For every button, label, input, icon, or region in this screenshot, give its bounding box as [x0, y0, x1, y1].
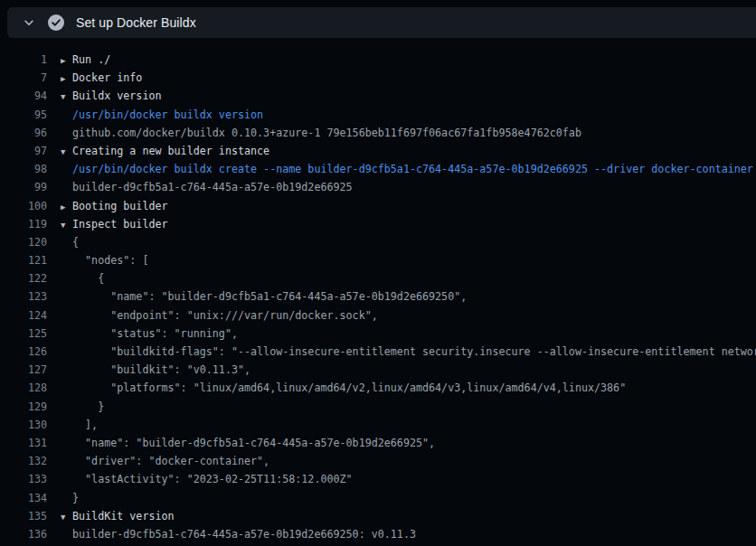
log-text: "platforms": "linux/amd64,linux/amd64/v2… [72, 379, 626, 397]
log-text: { [72, 233, 79, 251]
log-text: } [72, 398, 104, 416]
log-text: builder-d9cfb5a1-c764-445a-a57e-0b19d2e6… [72, 178, 353, 196]
line-number[interactable]: 134 [0, 489, 47, 507]
log-line: 98/usr/bin/docker buildx create --name b… [0, 160, 756, 178]
line-number[interactable]: 123 [0, 287, 47, 306]
group-toggle-icon[interactable]: ▼ [47, 508, 72, 526]
line-number[interactable]: 135 [0, 507, 47, 525]
line-number[interactable]: 98 [0, 160, 47, 178]
line-number[interactable]: 95 [0, 106, 47, 124]
group-toggle-icon[interactable]: ▼ [47, 88, 72, 106]
log-line: 120{ [0, 233, 756, 251]
line-number[interactable]: 130 [0, 416, 47, 434]
group-toggle-icon[interactable]: ▶ [47, 70, 72, 88]
line-number[interactable]: 133 [0, 470, 47, 488]
log-line: 95/usr/bin/docker buildx version [0, 106, 756, 124]
line-number[interactable]: 96 [0, 124, 47, 142]
chevron-down-icon[interactable] [22, 15, 36, 30]
line-number[interactable]: 127 [0, 361, 47, 379]
line-number[interactable]: 129 [0, 398, 47, 416]
log-text: "lastActivity": "2023-02-25T11:58:12.000… [72, 470, 353, 488]
log-text: "status": "running", [72, 325, 238, 343]
log-text[interactable]: Inspect builder [72, 215, 168, 233]
log-line: 123 "name": "builder-d9cfb5a1-c764-445a-… [0, 287, 756, 306]
log-line: 119▼Inspect builder [0, 215, 756, 233]
log-line: 132 "driver": "docker-container", [0, 452, 756, 470]
log-text[interactable]: Buildx version [72, 87, 162, 105]
log-line: 125 "status": "running", [0, 325, 756, 343]
line-number[interactable]: 97 [0, 142, 47, 160]
log-text[interactable]: Docker info [72, 69, 142, 87]
log-line: 130 ], [0, 416, 756, 434]
log-line: 133 "lastActivity": "2023-02-25T11:58:12… [0, 470, 756, 488]
log-line: 121 "nodes": [ [0, 251, 756, 269]
log-lines: 1▶Run ./ 7▶Docker info 94▼Buildx version… [0, 51, 756, 543]
log-text: { [72, 269, 104, 287]
log-text: "buildkitd-flags": "--allow-insecure-ent… [72, 343, 756, 361]
log-text[interactable]: BuildKit version [72, 507, 175, 525]
log-text: builder-d9cfb5a1-c764-445a-a57e-0b19d2e6… [72, 525, 416, 543]
log-line: 134} [0, 489, 756, 507]
log-text: /usr/bin/docker buildx version [72, 106, 263, 124]
line-number[interactable]: 121 [0, 251, 47, 269]
log-text: } [72, 489, 79, 507]
log-line: 127 "buildkit": "v0.11.3", [0, 361, 756, 379]
line-number[interactable]: 7 [0, 69, 47, 87]
log-line: 124 "endpoint": "unix:///var/run/docker.… [0, 306, 756, 325]
log-line: 131 "name": "builder-d9cfb5a1-c764-445a-… [0, 434, 756, 452]
log-line: 1▶Run ./ [0, 51, 756, 69]
log-text[interactable]: Run ./ [72, 51, 110, 69]
line-number[interactable]: 122 [0, 269, 47, 287]
log-text: "driver": "docker-container", [72, 452, 269, 470]
line-number[interactable]: 125 [0, 325, 47, 343]
log-text: "name": "builder-d9cfb5a1-c764-445a-a57e… [72, 287, 467, 306]
line-number[interactable]: 119 [0, 215, 47, 233]
line-number[interactable]: 126 [0, 343, 47, 361]
line-number[interactable]: 99 [0, 178, 47, 196]
group-toggle-icon[interactable]: ▶ [47, 52, 72, 70]
line-number[interactable]: 1 [0, 51, 47, 69]
line-number[interactable]: 120 [0, 233, 47, 251]
line-number[interactable]: 100 [0, 197, 47, 215]
line-number[interactable]: 136 [0, 525, 47, 543]
group-toggle-icon[interactable]: ▼ [47, 216, 72, 234]
log-text: ], [72, 416, 98, 434]
step-header[interactable]: Set up Docker Buildx [7, 7, 756, 38]
log-text: "nodes": [ [72, 251, 148, 269]
line-number[interactable]: 132 [0, 452, 47, 470]
log-line: 135▼BuildKit version [0, 507, 756, 525]
log-text: github.com/docker/buildx 0.10.3+azure-1 … [72, 124, 581, 142]
log-text: "name": "builder-d9cfb5a1-c764-445a-a57e… [72, 434, 435, 452]
log-text[interactable]: Creating a new builder instance [72, 142, 269, 160]
log-line: 126 "buildkitd-flags": "--allow-insecure… [0, 343, 756, 361]
group-toggle-icon[interactable]: ▼ [47, 143, 72, 161]
line-number[interactable]: 94 [0, 87, 47, 105]
line-number[interactable]: 131 [0, 434, 47, 452]
line-number[interactable]: 124 [0, 306, 47, 325]
log-text[interactable]: Booting builder [72, 197, 168, 215]
log-text: "endpoint": "unix:///var/run/docker.sock… [72, 306, 378, 325]
log-line: 96github.com/docker/buildx 0.10.3+azure-… [0, 124, 756, 142]
log-line: 94▼Buildx version [0, 87, 756, 105]
log-line: 100▶Booting builder [0, 197, 756, 215]
log-text: "buildkit": "v0.11.3", [72, 361, 250, 379]
group-toggle-icon[interactable]: ▶ [47, 198, 72, 216]
check-circle-icon [48, 14, 64, 31]
log-line: 128 "platforms": "linux/amd64,linux/amd6… [0, 379, 756, 397]
log-line: 129 } [0, 398, 756, 416]
step-title: Set up Docker Buildx [76, 15, 196, 30]
log-line: 122 { [0, 269, 756, 287]
log-line: 97▼Creating a new builder instance [0, 142, 756, 160]
log-line: 7▶Docker info [0, 69, 756, 87]
log-text: /usr/bin/docker buildx create --name bui… [72, 160, 753, 178]
log-line: 99builder-d9cfb5a1-c764-445a-a57e-0b19d2… [0, 178, 756, 196]
log-line: 136builder-d9cfb5a1-c764-445a-a57e-0b19d… [0, 525, 756, 543]
line-number[interactable]: 128 [0, 379, 47, 397]
